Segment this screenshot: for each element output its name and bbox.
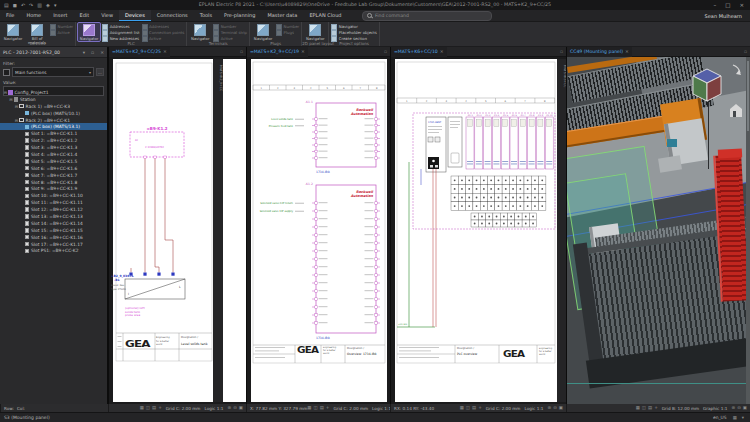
app-menu-icon[interactable]: ▤ [4, 0, 9, 10]
maximize-button[interactable]: □ [725, 0, 730, 10]
zoom-out-icon[interactable]: ⊖ [233, 404, 237, 412]
tabstrip-menu-icon[interactable]: ▫ [240, 49, 243, 54]
view-cube[interactable] [689, 63, 747, 123]
menu-tab-master-data[interactable]: Master data [261, 10, 303, 21]
navigator-button[interactable]: Navigator [2, 23, 24, 41]
tree-item[interactable]: Slot 14: =B9+CC-K1.14 [0, 220, 107, 227]
navigator-button[interactable]: Navigator [78, 23, 100, 41]
tree-item[interactable]: Slot 15: =B9+CC-K1.15 [0, 227, 107, 234]
navigator-button[interactable]: Navigator [331, 24, 377, 29]
tree-item[interactable]: Slot 13: =B9+CC-K1.13 [0, 213, 107, 220]
zoom-fit-icon[interactable]: ▣ [743, 404, 747, 412]
zoom-out-icon[interactable]: ⊖ [553, 404, 557, 412]
tab-close-icon[interactable]: × [163, 49, 167, 54]
undo-icon[interactable]: ↶ [21, 0, 25, 10]
assignment-list-button[interactable]: Assignment list [102, 30, 139, 35]
snap-icon[interactable]: ▦ [460, 404, 464, 412]
placeholder-objects-button[interactable]: Placeholder objects [331, 30, 377, 35]
snap-icon[interactable]: ▦ [307, 404, 311, 412]
save-icon[interactable]: ◼ [13, 0, 17, 10]
menu-tab-pre-planning[interactable]: Pre-planning [218, 10, 261, 21]
tree-item[interactable]: Slot 1: =B9+CC-K1.1 [0, 130, 107, 137]
settings-icon[interactable]: ◈ [46, 0, 50, 10]
grid-toggle-icon[interactable]: ◫ [146, 404, 150, 412]
page-tab[interactable]: =MATS+K6+CC/10 × [391, 47, 447, 57]
tree-item[interactable]: Slot 7: =B9+CC-K1.7 [0, 172, 107, 179]
grid-toggle-icon[interactable]: ◫ [313, 404, 317, 412]
coordinates-icon[interactable]: + [326, 404, 330, 412]
page-tab[interactable]: =MATS+K2_9+CC/25 × [109, 47, 170, 57]
drawing-canvas-3[interactable]: 12345678 1734-AENT -K1.1-K1.2-K1.3-K [391, 57, 566, 404]
navigator-button[interactable]: Navigator [189, 23, 211, 41]
tree-item[interactable]: Slot 3: =B9+CC-K1.3 [0, 144, 107, 151]
zoom-in-icon[interactable]: ⊕ [731, 404, 735, 412]
tree-item[interactable]: ⊟Config_Project1 [0, 89, 107, 96]
tree-item[interactable]: Slot 16: =B9+CC-K1.16 [0, 234, 107, 241]
drawing-canvas-2[interactable]: 12345678 -K1.1 Rockwell Automation Level… [247, 57, 390, 404]
menu-tab-view[interactable]: View [95, 10, 119, 21]
print-icon[interactable]: ▥ [37, 0, 42, 10]
tree-item[interactable]: Slot PS1: =B9+CC-K2 [0, 247, 107, 254]
filter-checkbox[interactable] [3, 69, 10, 76]
snap-icon[interactable]: ▦ [636, 404, 640, 412]
redo-icon[interactable]: ↷ [29, 0, 33, 10]
navigator-button[interactable]: Navigator [252, 23, 274, 41]
panel-header[interactable]: PLC - 2012-7001-RS2_00 ▾▫× [0, 47, 107, 58]
page-tab[interactable]: CC49 (Mounting panel) × [567, 47, 632, 57]
minimize-button[interactable]: – [713, 0, 716, 10]
menu-tab-insert[interactable]: Insert [47, 10, 73, 21]
navigation-cube[interactable] [693, 69, 721, 101]
qat-dropdown-icon[interactable]: ▾ [54, 0, 57, 10]
grid-toggle-icon[interactable]: ◫ [642, 404, 646, 412]
coordinates-icon[interactable]: + [158, 404, 162, 412]
language-indicator[interactable]: en_US [713, 415, 727, 420]
tree-item[interactable]: Slot 2: =B9+CC-K1.2 [0, 137, 107, 144]
menu-tab-connections[interactable]: Connections [151, 10, 194, 21]
layers-icon[interactable]: ▤ [152, 404, 156, 412]
viewport-3d[interactable] [567, 57, 750, 404]
snap-icon[interactable]: ▦ [140, 404, 144, 412]
navigator-button[interactable]: Navigator [304, 23, 326, 41]
tree-item[interactable]: ⊟Rack 1) =B9+CC-K3 [0, 103, 107, 110]
filter-more-button[interactable]: ... [96, 68, 104, 76]
grid-toggle-icon[interactable]: ◫ [466, 404, 470, 412]
tree-item[interactable]: Slot 11: =B9+CC-K1.11 [0, 199, 107, 206]
panel-menu-icon[interactable]: ▾ [83, 50, 85, 55]
tabstrip-menu-icon[interactable]: ▫ [384, 49, 387, 54]
layers-icon[interactable]: ▤ [472, 404, 476, 412]
tabstrip-menu-icon[interactable]: ▫ [744, 49, 747, 54]
menu-tab-eplan-cloud[interactable]: EPLAN Cloud [303, 10, 347, 21]
find-command-box[interactable]: Find command [362, 11, 492, 21]
zoom-in-icon[interactable]: ⊕ [227, 404, 231, 412]
tabstrip-menu-icon[interactable]: ▫ [560, 49, 563, 54]
tree-item[interactable]: ⊟Station [0, 96, 107, 103]
tree-item[interactable]: Slot 5: =B9+CC-K1.5 [0, 158, 107, 165]
zoom-fit-icon[interactable]: ▣ [239, 404, 243, 412]
layers-icon[interactable]: ▤ [648, 404, 652, 412]
tree-item[interactable]: Slot 12: =B9+CC-K1.12 [0, 206, 107, 213]
tree-item[interactable]: Slot 10: =B9+CC-K1.10 [0, 192, 107, 199]
home-icon[interactable] [730, 104, 742, 117]
tree-item[interactable]: (PLC box) (MATS/13.1) [0, 123, 107, 130]
tab-close-icon[interactable]: × [625, 49, 629, 54]
tab-close-icon[interactable]: × [440, 49, 444, 54]
tree-item[interactable]: Slot 6: =B9+CC-K1.6 [0, 165, 107, 172]
coordinates-icon[interactable]: + [478, 404, 482, 412]
zoom-in-icon[interactable]: ⊕ [547, 404, 551, 412]
page-tab[interactable]: =MATS+K2_9+CC/19 × [247, 47, 308, 57]
drawing-canvas-1[interactable]: =B9-K1.2 AI 2.13WA/L0702 [109, 57, 246, 404]
panel-float-icon[interactable]: ▫ [91, 50, 94, 55]
grid-status-icon[interactable]: ▦ [733, 414, 737, 422]
coordinates-icon[interactable]: + [654, 404, 658, 412]
zoom-fit-icon[interactable]: ▣ [559, 404, 563, 412]
menu-tab-file[interactable]: File [0, 10, 20, 21]
tree-item[interactable]: Slot 17: =B9+CC-K1.17 [0, 241, 107, 248]
menu-tab-edit[interactable]: Edit [73, 10, 95, 21]
logged-in-user[interactable]: Sean Mulhearn [705, 13, 742, 19]
tree-item[interactable]: Slot 9: =B9+CC-K1.9 [0, 185, 107, 192]
filter-dropdown[interactable]: Main functions ▾ [12, 67, 94, 77]
tab-close-icon[interactable]: × [301, 49, 305, 54]
tree-item[interactable]: ⊟Rack 2) =B9+CC-K1 [0, 117, 107, 124]
tree-item[interactable]: (PLC box) (MATS/10.1) [0, 110, 107, 117]
layers-icon[interactable]: ▤ [320, 404, 324, 412]
